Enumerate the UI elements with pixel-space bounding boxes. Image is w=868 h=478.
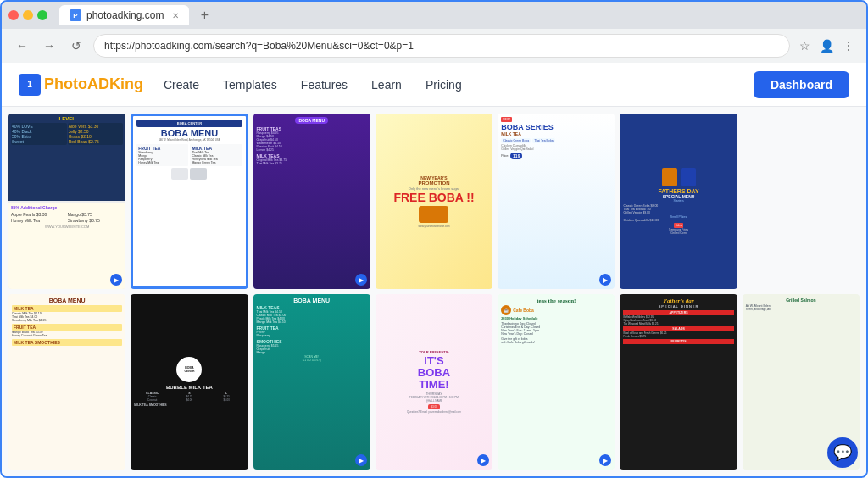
template-card-boba-centr-circle[interactable]: BOBACENTR BUBBLE MILK TEA CLASSIC S L Cl… [131,294,248,470]
nav-create[interactable]: Create [164,78,199,92]
template-card-level[interactable]: LEVEL 40% LOVE 40% Black 50% Extra Sweet… [8,114,125,289]
logo-main: PhotoADK [44,75,120,92]
nav-templates[interactable]: Templates [223,78,277,92]
template-card-fathers-day-blue[interactable]: FATHERS DAY SPECIAL MENU Starters Classi… [620,114,737,289]
browser-window: P photoadking.com ✕ + ← → ↺ https://phot… [0,0,868,478]
bookmark-icon[interactable]: ☆ [797,38,812,53]
card-select-r2-5[interactable]: ▶ [599,454,611,466]
url-text: https://photoadking.com/search?q=Boba%20… [104,40,414,52]
new-tab-btn[interactable]: + [194,5,214,25]
template-row-1: LEVEL 40% LOVE 40% Black 50% Extra Sweet… [8,114,860,289]
template-card-boba-center[interactable]: BOBA CENTER BOBA MENU 446 W. Mount Eden … [131,114,248,289]
nav-features[interactable]: Features [301,78,348,92]
url-bar[interactable]: https://photoadking.com/search?q=Boba%20… [93,34,790,58]
boba-centr-circle-logo: BOBACENTR [176,357,202,382]
address-icons: ☆ 👤 ⋮ [797,38,856,53]
card-select-r2-3[interactable]: ▶ [355,454,367,466]
template-grid: LEVEL 40% LOVE 40% Black 50% Extra Sweet… [2,107,866,476]
nav-links: Create Templates Features Learn Pricing [164,78,754,92]
traffic-lights [8,10,47,20]
tab-favicon: P [70,9,81,21]
logo-icon: 1 [19,74,41,96]
dashboard-btn[interactable]: Dashboard [754,71,849,98]
template-card-new-year[interactable]: NEW YEAR'S PROMOTION Only the new menu's… [376,114,492,289]
site-logo: 1 PhotoADKing [19,74,143,96]
template-card-boba-time[interactable]: YOUR PRESENTS: IT'SBOBATIME! THURSDAY FE… [376,294,492,470]
template-card-teas-season[interactable]: teas the season! ☕ Cafe Boba 2030 Holida… [498,294,615,470]
tab-bar: P photoadking.com ✕ + [2,2,866,29]
close-window-btn[interactable] [8,10,19,20]
profile-icon[interactable]: 👤 [819,38,834,53]
card-select-3[interactable]: ▶ [355,274,367,286]
minimize-window-btn[interactable] [23,10,33,20]
tab-close-btn[interactable]: ✕ [172,11,179,20]
chat-button[interactable]: 💬 [827,437,858,468]
forward-btn[interactable]: → [39,36,59,56]
template-row-2: BOBA MENU MILK TEA Classic Milk Tea $4.1… [8,294,860,470]
template-card-boba-menu-milk[interactable]: BOBA MENU MILK TEA Classic Milk Tea $4.1… [8,294,125,470]
back-btn[interactable]: ← [12,36,32,56]
chat-icon: 💬 [833,443,852,462]
card-select-r2-4[interactable]: ▶ [477,454,489,466]
menu-icon[interactable]: ⋮ [841,38,856,53]
maximize-window-btn[interactable] [37,10,47,20]
template-card-boba-menu-teal[interactable]: BOBA MENU MILK TEAS Thai Milk Tea $4.50 … [253,294,370,470]
template-card-boba-menu-purple[interactable]: BOBA MENU FRUIT TEAS Raspberry $4.95 Man… [253,114,370,289]
active-tab[interactable]: P photoadking.com ✕ [59,5,189,25]
address-bar: ← → ↺ https://photoadking.com/search?q=B… [2,29,866,63]
template-card-boba-series[interactable]: NEW! BOBA SERIES MILK TEA Classic Green … [498,114,615,289]
tab-label: photoadking.com [86,9,164,21]
nav-pricing[interactable]: Pricing [426,78,462,92]
logo-text: PhotoADKing [44,75,143,93]
card-select-5[interactable]: ▶ [599,274,611,286]
content-area: LEVEL 40% LOVE 40% Black 50% Extra Sweet… [2,107,866,476]
template-card-fathers-day-dinner[interactable]: Father's day SPECIAL DINNER APPETIZERS B… [620,294,737,470]
refresh-btn[interactable]: ↺ [66,36,86,56]
logo-accent: ing [120,75,143,92]
nav-learn[interactable]: Learn [371,78,402,92]
site-nav: 1 PhotoADKing Create Templates Features … [2,63,866,107]
